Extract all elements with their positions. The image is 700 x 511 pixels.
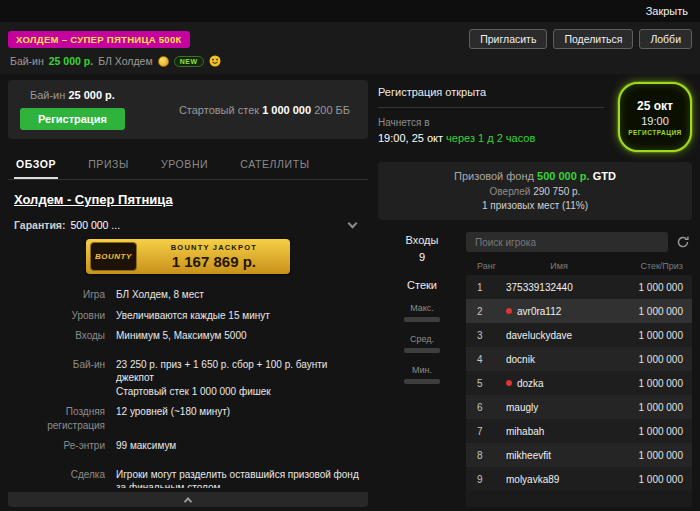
buyin-line: Бай-ин 25 000 р. — [20, 89, 125, 101]
name-header: Имя — [506, 261, 612, 271]
stat-bar — [404, 379, 440, 384]
stat-min: Мин. — [378, 365, 466, 384]
detail-row: СделкаИгроки могут разделить оставшийся … — [14, 468, 362, 489]
player-stack: 1 000 000 — [612, 330, 692, 341]
table-row[interactable]: 8mikheevfit1 000 000 — [466, 443, 692, 467]
buyin-value: 25 000 р. — [49, 55, 93, 67]
players-column: Ранг Имя Стек/Приз 13753391324401 000 00… — [466, 232, 692, 507]
gtd-label: GTD — [593, 170, 616, 182]
table-row[interactable]: 3daveluckydave1 000 000 — [466, 323, 692, 347]
entries-label: Входы — [378, 234, 466, 246]
refresh-icon[interactable] — [674, 233, 692, 251]
detail-row: УровниУвеличиваются каждые 15 минут — [14, 309, 362, 323]
table-row[interactable]: 9molyavka891 000 000 — [466, 467, 692, 491]
tab-overview[interactable]: ОБЗОР — [14, 149, 58, 179]
player-rank: 2 — [466, 306, 506, 317]
player-search-input[interactable] — [466, 232, 668, 252]
player-rank: 6 — [466, 402, 506, 413]
coin-icon — [158, 56, 169, 67]
player-rank: 9 — [466, 474, 506, 485]
starting-stack-value: 1 000 000 — [262, 104, 311, 116]
bounty-jackpot-amount: 1 167 869 р. — [144, 253, 284, 270]
tab-bar: ОБЗОР ПРИЗЫ УРОВНИ САТЕЛЛИТЫ — [8, 149, 368, 180]
buyin-amount: 25 000 р. — [68, 89, 114, 101]
player-rank: 5 — [466, 378, 506, 389]
stat-max: Макс. — [378, 303, 466, 322]
starts-in-countdown: через 1 д 2 часов — [446, 132, 535, 144]
table-row[interactable]: 2avr0ra1121 000 000 — [466, 299, 692, 323]
player-name: mihabah — [506, 426, 612, 437]
player-stack: 1 000 000 — [612, 426, 692, 437]
content: Бай-ин 25 000 р. Регистрация Стартовый с… — [0, 74, 700, 511]
close-button[interactable]: Закрыть — [646, 5, 688, 17]
prize-pool-value: 500 000 р. — [537, 170, 590, 182]
player-stack: 1 000 000 — [612, 306, 692, 317]
overlay-label: Оверлей — [490, 186, 531, 197]
guarantee-row[interactable]: Гарантия: 500 000 ... — [14, 219, 362, 231]
detail-label: Входы — [14, 329, 116, 343]
stack-header: Стек/Приз — [612, 261, 692, 271]
new-badge: NEW — [174, 56, 204, 67]
bounty-jackpot-banner: BOUNTY BOUNTY JACKPOT 1 167 869 р. — [86, 239, 290, 274]
detail-label: Уровни — [14, 309, 116, 323]
table-row[interactable]: 5dozka1 000 000 — [466, 371, 692, 395]
smiley-icon — [209, 55, 221, 67]
detail-value: БЛ Холдем, 8 мест — [116, 288, 362, 302]
detail-value: 23 250 р. приз + 1 650 р. сбор + 100 р. … — [116, 358, 362, 399]
player-name: avr0ra112 — [506, 306, 612, 317]
detail-label: Ре-энтри — [14, 439, 116, 453]
detail-row: ВходыМинимум 5, Максимум 5000 — [14, 329, 362, 343]
tab-prizes[interactable]: ПРИЗЫ — [86, 149, 131, 179]
prize-pool-label: Призовой фонд — [454, 170, 534, 182]
rank-header: Ранг — [466, 261, 506, 271]
register-button[interactable]: Регистрация — [20, 108, 125, 130]
badge-time: 19:00 — [641, 115, 669, 127]
guarantee-value: 500 000 ... — [70, 219, 120, 231]
table-row[interactable]: 6maugly1 000 000 — [466, 395, 692, 419]
stacks-label: Стеки — [378, 279, 466, 291]
tab-levels[interactable]: УРОВНИ — [159, 149, 210, 179]
player-name: mikheevfit — [506, 450, 612, 461]
game-type-label: БЛ Холдем — [98, 55, 153, 67]
stats-column: Входы 9 Стеки Макс. Сред. Мин. — [378, 232, 466, 507]
registration-status: Регистрация открыта — [378, 86, 604, 108]
share-button[interactable]: Поделиться — [553, 29, 633, 49]
detail-value: Игроки могут разделить оставшийся призов… — [116, 468, 362, 489]
starts-at-label: Начнется в — [378, 117, 604, 128]
badge-date: 25 окт — [637, 99, 673, 113]
invite-button[interactable]: Пригласить — [469, 29, 547, 49]
buyin-label: Бай-ин — [10, 55, 44, 67]
detail-value: 99 максимум — [116, 439, 362, 453]
badge-registration-label: РЕГИСТРАЦИЯ — [628, 129, 682, 136]
tournament-title-badge: ХОЛДЕМ – СУПЕР ПЯТНИЦА 500К — [8, 31, 190, 48]
player-stack: 1 000 000 — [612, 474, 692, 485]
table-row[interactable]: 7mihabah1 000 000 — [466, 419, 692, 443]
player-name: docnik — [506, 354, 612, 365]
tab-satellites[interactable]: САТЕЛЛИТЫ — [238, 149, 311, 179]
right-panel: Регистрация открыта Начнется в 19:00, 25… — [378, 80, 692, 507]
tournament-lobby-window: Закрыть ХОЛДЕМ – СУПЕР ПЯТНИЦА 500К Приг… — [0, 0, 700, 511]
players-table-header: Ранг Имя Стек/Приз — [466, 261, 692, 275]
table-row[interactable]: 4docnik1 000 000 — [466, 347, 692, 371]
player-stack: 1 000 000 — [612, 450, 692, 461]
player-name: dozka — [506, 378, 612, 389]
starts-at-value: 19:00, 25 окт через 1 д 2 часов — [378, 132, 604, 144]
detail-row: Бай-ин23 250 р. приз + 1 650 р. сбор + 1… — [14, 358, 362, 399]
player-name: maugly — [506, 402, 612, 413]
detail-row: Ре-энтри99 максимум — [14, 439, 362, 453]
player-status-dot-icon — [506, 380, 512, 386]
registration-section: Регистрация открыта Начнется в 19:00, 25… — [378, 80, 692, 152]
header: ХОЛДЕМ – СУПЕР ПЯТНИЦА 500К Пригласить П… — [0, 22, 700, 74]
table-row[interactable]: 13753391324401 000 000 — [466, 275, 692, 299]
detail-label: Сделка — [14, 468, 116, 489]
bounty-jackpot-label: BOUNTY JACKPOT — [144, 243, 284, 252]
chevron-down-icon — [348, 219, 358, 229]
collapse-bar[interactable] — [8, 492, 368, 507]
player-stack: 1 000 000 — [612, 402, 692, 413]
player-name: molyavka89 — [506, 474, 612, 485]
lobby-button[interactable]: Лобби — [639, 29, 692, 49]
stat-avg: Сред. — [378, 334, 466, 353]
tournament-name: Холдем - Супер Пятница — [14, 192, 362, 207]
detail-row: ИграБЛ Холдем, 8 мест — [14, 288, 362, 302]
chevron-up-icon — [184, 497, 192, 505]
